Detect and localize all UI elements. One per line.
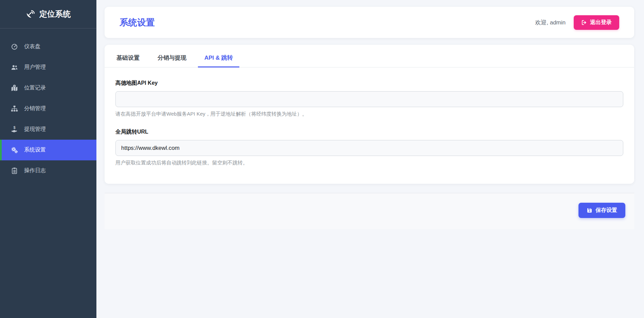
- app-title: 定位系统: [39, 9, 71, 19]
- sidebar-item-system-settings[interactable]: 系统设置: [0, 140, 96, 160]
- sidebar-item-label: 位置记录: [24, 84, 46, 92]
- global-redirect-url-label: 全局跳转URL: [115, 128, 623, 136]
- tab-distribution-withdraw[interactable]: 分销与提现: [151, 49, 193, 67]
- global-redirect-url-help: 用户获取位置成功后将自动跳转到此链接。留空则不跳转。: [115, 160, 623, 166]
- tab-bar: 基础设置 分销与提现 API & 跳转: [105, 49, 634, 67]
- field-amap-api-key: 高德地图API Key 请在高德开放平台申请Web服务API Key，用于逆地址…: [115, 80, 623, 117]
- app-logo: 定位系统: [0, 0, 96, 28]
- sign-out-icon: [581, 20, 587, 25]
- map-marked-icon: [10, 84, 18, 92]
- sidebar-nav: 仪表盘 用户管理 位置记录: [0, 28, 96, 181]
- save-settings-button[interactable]: 保存设置: [578, 203, 625, 218]
- save-icon: [587, 207, 592, 213]
- tab-basic-settings[interactable]: 基础设置: [110, 49, 146, 67]
- page-header: 系统设置 欢迎, admin 退出登录: [105, 7, 634, 38]
- tab-api-redirect[interactable]: API & 跳转: [198, 49, 239, 67]
- cogs-icon: [10, 146, 18, 154]
- amap-api-key-help: 请在高德开放平台申请Web服务API Key，用于逆地址解析（将经纬度转换为地址…: [115, 111, 623, 117]
- save-settings-label: 保存设置: [595, 207, 617, 214]
- sidebar-item-dashboard[interactable]: 仪表盘: [0, 36, 96, 57]
- logout-button[interactable]: 退出登录: [574, 15, 619, 30]
- sidebar-item-label: 提现管理: [24, 126, 46, 133]
- sitemap-icon: [10, 105, 18, 112]
- logout-label: 退出登录: [590, 19, 612, 26]
- page-title: 系统设置: [119, 17, 155, 28]
- svg-text:$: $: [13, 126, 15, 130]
- gauge-icon: [10, 43, 18, 50]
- clipboard-list-icon: [10, 167, 18, 174]
- users-icon: [10, 64, 18, 71]
- welcome-text: 欢迎, admin: [535, 19, 566, 26]
- sidebar: 定位系统 仪表盘 用户管理: [0, 0, 96, 318]
- sidebar-item-label: 仪表盘: [24, 43, 40, 50]
- sidebar-item-users[interactable]: 用户管理: [0, 57, 96, 78]
- settings-form: 高德地图API Key 请在高德开放平台申请Web服务API Key，用于逆地址…: [105, 67, 634, 184]
- hand-holding-dollar-icon: $: [10, 126, 18, 133]
- sidebar-item-withdrawals[interactable]: $ 提现管理: [0, 119, 96, 140]
- amap-api-key-label: 高德地图API Key: [115, 80, 623, 87]
- settings-card: 基础设置 分销与提现 API & 跳转 高德地图API Key 请在高德开放平台…: [105, 45, 634, 184]
- satellite-dish-icon: [26, 9, 35, 19]
- sidebar-item-label: 用户管理: [24, 64, 46, 71]
- sidebar-item-location-records[interactable]: 位置记录: [0, 78, 96, 98]
- sidebar-item-operation-logs[interactable]: 操作日志: [0, 160, 96, 181]
- main-content: 系统设置 欢迎, admin 退出登录 基础设置 分销与提现 API & 跳转: [96, 0, 644, 318]
- sidebar-item-label: 操作日志: [24, 167, 46, 174]
- form-footer: 保存设置: [105, 193, 634, 229]
- sidebar-item-label: 分销管理: [24, 105, 46, 112]
- sidebar-item-distribution[interactable]: 分销管理: [0, 98, 96, 119]
- header-right: 欢迎, admin 退出登录: [535, 15, 619, 30]
- amap-api-key-input[interactable]: [115, 91, 623, 107]
- sidebar-item-label: 系统设置: [24, 146, 46, 154]
- global-redirect-url-input[interactable]: [115, 140, 623, 156]
- field-global-redirect-url: 全局跳转URL 用户获取位置成功后将自动跳转到此链接。留空则不跳转。: [115, 128, 623, 166]
